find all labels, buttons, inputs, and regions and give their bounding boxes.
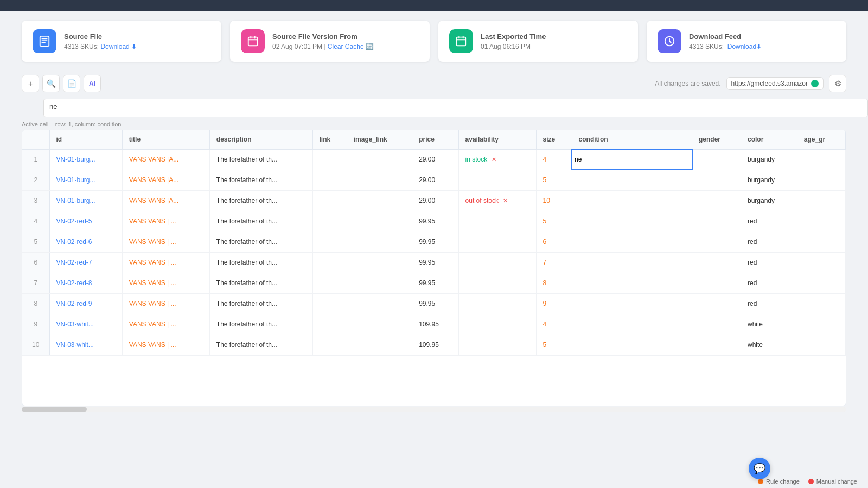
cell-description[interactable]: The forefather of th... (209, 314, 312, 335)
cell-link[interactable] (312, 314, 347, 335)
cell-title[interactable]: VANS VANS | ... (122, 232, 209, 252)
formula-bar[interactable]: ne (43, 99, 868, 117)
cell-description[interactable]: The forefather of th... (209, 170, 312, 190)
cell-availability[interactable]: out of stock✕ (458, 190, 536, 211)
cell-color[interactable]: burgandy (741, 149, 797, 170)
cell-color[interactable]: red (741, 211, 797, 232)
condition-input-active[interactable] (575, 156, 689, 163)
cell-id[interactable]: VN-02-red-7 (49, 252, 122, 273)
cell-id[interactable]: VN-02-red-9 (49, 293, 122, 314)
cell-title[interactable]: VANS VANS |A... (122, 190, 209, 211)
col-title[interactable]: title (122, 130, 209, 149)
cell-age-gr[interactable] (797, 232, 845, 252)
col-description[interactable]: description (209, 130, 312, 149)
cell-description[interactable]: The forefather of th... (209, 293, 312, 314)
cell-condition[interactable] (572, 314, 692, 335)
download-feed-link[interactable]: Download⬇ (727, 43, 762, 50)
cell-condition[interactable] (572, 252, 692, 273)
cell-description[interactable]: The forefather of th... (209, 232, 312, 252)
cell-age-gr[interactable] (797, 190, 845, 211)
cell-color[interactable]: red (741, 293, 797, 314)
cell-id[interactable]: VN-01-burg... (49, 149, 122, 170)
cell-gender[interactable] (692, 252, 741, 273)
cell-gender[interactable] (692, 149, 741, 170)
cell-availability[interactable] (458, 273, 536, 293)
search-button[interactable]: 🔍 (42, 75, 60, 92)
cell-description[interactable]: The forefather of th... (209, 273, 312, 293)
cell-price[interactable]: 109.95 (412, 335, 458, 355)
cell-price[interactable]: 99.95 (412, 252, 458, 273)
cell-price[interactable]: 109.95 (412, 314, 458, 335)
cell-id[interactable]: VN-02-red-8 (49, 273, 122, 293)
cell-link[interactable] (312, 252, 347, 273)
cell-link[interactable] (312, 211, 347, 232)
cell-size[interactable]: 4 (536, 149, 572, 170)
cell-link[interactable] (312, 232, 347, 252)
cell-color[interactable]: white (741, 314, 797, 335)
col-availability[interactable]: availability (458, 130, 536, 149)
cell-size[interactable]: 10 (536, 190, 572, 211)
cell-price[interactable]: 29.00 (412, 190, 458, 211)
cell-size[interactable]: 7 (536, 252, 572, 273)
cell-image-link[interactable] (347, 190, 412, 211)
cell-id[interactable]: VN-03-whit... (49, 314, 122, 335)
avail-x-badge[interactable]: ✕ (503, 197, 508, 204)
cell-title[interactable]: VANS VANS | ... (122, 211, 209, 232)
doc-button[interactable]: 📄 (63, 75, 80, 92)
cell-age-gr[interactable] (797, 170, 845, 190)
h-scrollbar-thumb[interactable] (22, 407, 87, 412)
cell-availability[interactable]: in stock✕ (458, 149, 536, 170)
cell-condition[interactable] (572, 273, 692, 293)
cell-description[interactable]: The forefather of th... (209, 211, 312, 232)
settings-button[interactable]: ⚙ (829, 75, 846, 92)
cell-link[interactable] (312, 190, 347, 211)
cell-age-gr[interactable] (797, 149, 845, 170)
cell-link[interactable] (312, 273, 347, 293)
cell-color[interactable]: red (741, 252, 797, 273)
cell-id[interactable]: VN-02-red-6 (49, 232, 122, 252)
data-table[interactable]: id title description link image_link pri… (22, 130, 846, 406)
col-image-link[interactable]: image_link (347, 130, 412, 149)
cell-image-link[interactable] (347, 293, 412, 314)
cell-size[interactable]: 8 (536, 273, 572, 293)
cell-condition[interactable] (572, 190, 692, 211)
cell-link[interactable] (312, 149, 347, 170)
cell-price[interactable]: 99.95 (412, 293, 458, 314)
cell-condition[interactable] (572, 211, 692, 232)
col-link[interactable]: link (312, 130, 347, 149)
cell-price[interactable]: 99.95 (412, 211, 458, 232)
cell-condition[interactable] (572, 232, 692, 252)
cell-condition[interactable] (572, 170, 692, 190)
col-gender[interactable]: gender (692, 130, 741, 149)
cell-age-gr[interactable] (797, 273, 845, 293)
cell-link[interactable] (312, 293, 347, 314)
cell-gender[interactable] (692, 190, 741, 211)
cell-color[interactable]: burgandy (741, 170, 797, 190)
cell-availability[interactable] (458, 252, 536, 273)
cell-color[interactable]: red (741, 232, 797, 252)
cell-size[interactable]: 5 (536, 335, 572, 355)
cell-gender[interactable] (692, 232, 741, 252)
cell-availability[interactable] (458, 335, 536, 355)
cell-link[interactable] (312, 170, 347, 190)
add-button[interactable]: + (22, 75, 39, 92)
cell-availability[interactable] (458, 211, 536, 232)
col-size[interactable]: size (536, 130, 572, 149)
cell-color[interactable]: red (741, 273, 797, 293)
cell-id[interactable]: VN-03-whit... (49, 335, 122, 355)
cell-description[interactable]: The forefather of th... (209, 149, 312, 170)
cell-size[interactable]: 6 (536, 232, 572, 252)
url-bar[interactable]: https://gmcfeed.s3.amazor (726, 77, 824, 90)
cell-size[interactable]: 9 (536, 293, 572, 314)
cell-price[interactable]: 99.95 (412, 232, 458, 252)
cell-gender[interactable] (692, 314, 741, 335)
cell-title[interactable]: VANS VANS | ... (122, 314, 209, 335)
cell-gender[interactable] (692, 273, 741, 293)
cell-image-link[interactable] (347, 273, 412, 293)
cell-price[interactable]: 99.95 (412, 273, 458, 293)
ai-button[interactable]: AI (84, 75, 101, 92)
cell-age-gr[interactable] (797, 293, 845, 314)
cell-gender[interactable] (692, 293, 741, 314)
cell-color[interactable]: white (741, 335, 797, 355)
cell-image-link[interactable] (347, 314, 412, 335)
